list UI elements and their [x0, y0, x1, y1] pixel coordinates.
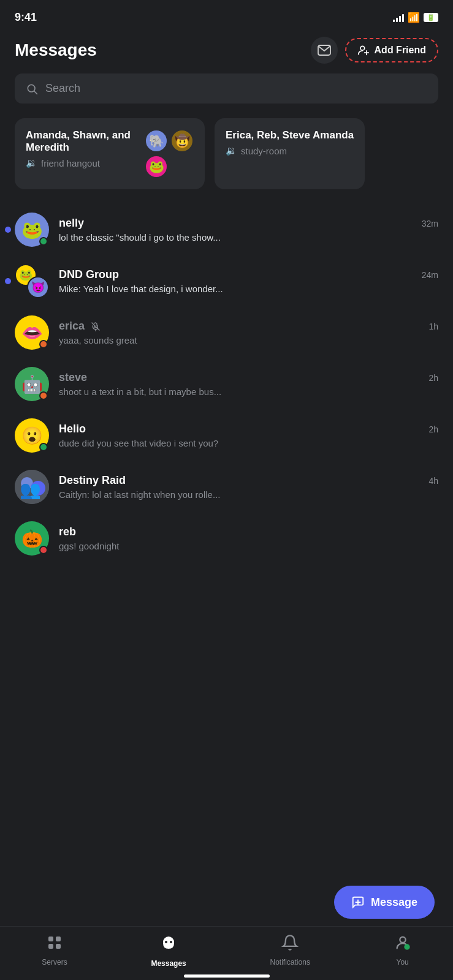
- add-friend-button[interactable]: Add Friend: [345, 38, 438, 62]
- signal-icon: [393, 12, 404, 22]
- dm-preview-nelly: lol the classic "should i go to the show…: [59, 232, 438, 243]
- dm-item-destiny[interactable]: 👥 Destiny Raid 4h Caitlyn: lol at last n…: [0, 461, 453, 513]
- nav-label-messages: Messages: [151, 959, 186, 968]
- offline-dot-erica: [39, 340, 48, 349]
- svg-rect-13: [48, 937, 53, 941]
- dm-name-helio: Helio: [59, 423, 86, 435]
- svg-rect-16: [56, 944, 61, 949]
- avatar-destiny: 👥: [15, 470, 49, 504]
- battery-icon: 🔋: [424, 13, 438, 22]
- dm-preview-dnd: Mike: Yeah I love that design, i wonder.…: [59, 284, 438, 294]
- servers-icon: [46, 934, 63, 956]
- dm-item-steve[interactable]: 🤖 steve 2h shoot u a text in a bit, but …: [0, 358, 453, 410]
- dm-name-reb: reb: [59, 526, 76, 538]
- dm-item-helio[interactable]: 😮 Helio 2h dude did you see that video i…: [0, 410, 453, 461]
- avatar-wrap-steve: 🤖: [15, 367, 49, 401]
- group-card-2[interactable]: Erica, Reb, Steve Amanda study-room: [215, 118, 365, 189]
- dm-info-nelly: nelly 32m lol the classic "should i go t…: [59, 217, 438, 243]
- header-actions: Add Friend: [311, 37, 438, 64]
- group-channel-2: study-room: [241, 146, 287, 156]
- dm-item-erica[interactable]: 👄 erica 1h yaaa, sounds great: [0, 307, 453, 358]
- offline-dot-steve: [39, 391, 48, 400]
- group-avatar-stack-dnd: 🐸 😈: [15, 264, 49, 298]
- dm-preview-helio: dude did you see that video i sent you?: [59, 438, 438, 448]
- nav-label-servers: Servers: [42, 958, 67, 967]
- svg-point-19: [170, 941, 172, 943]
- group-sub-2: study-room: [226, 145, 354, 156]
- mail-icon: [318, 45, 331, 56]
- dm-time-erica: 1h: [428, 322, 438, 331]
- svg-text:👥: 👥: [20, 480, 41, 500]
- dm-list: 🐸 nelly 32m lol the classic "should i go…: [0, 199, 453, 569]
- avatar-wrap-erica: 👄: [15, 315, 49, 350]
- nav-label-notifications: Notifications: [270, 958, 310, 967]
- dm-preview-reb: ggs! goodnight: [59, 541, 438, 551]
- destiny-photo-icon: 👥: [15, 470, 49, 504]
- groups-scroll: Amanda, Shawn, and Meredith friend hango…: [0, 113, 453, 199]
- search-container: Search: [0, 74, 453, 113]
- svg-point-18: [165, 941, 167, 943]
- dm-item-dnd[interactable]: 🐸 😈 DND Group 24m Mike: Yeah I love that…: [0, 255, 453, 307]
- svg-point-1: [360, 46, 365, 50]
- search-bar[interactable]: Search: [15, 74, 438, 104]
- wifi-icon: 📶: [408, 12, 420, 23]
- add-friend-label: Add Friend: [375, 45, 426, 56]
- new-message-fab[interactable]: Message: [334, 886, 435, 919]
- volume-icon-2: [226, 145, 237, 156]
- offline-dot-reb: [39, 546, 48, 554]
- dm-info-steve: steve 2h shoot u a text in a bit, but i …: [59, 371, 438, 397]
- stack-avatar-dnd-2: 😈: [27, 276, 49, 298]
- dm-time-dnd: 24m: [422, 270, 438, 280]
- nav-item-messages[interactable]: Messages: [139, 934, 198, 968]
- dm-name-nelly: nelly: [59, 217, 84, 230]
- fab-label: Message: [371, 896, 417, 909]
- dm-time-helio: 2h: [428, 424, 438, 434]
- dm-time-destiny: 4h: [428, 476, 438, 486]
- nav-item-servers[interactable]: Servers: [29, 934, 79, 967]
- dm-name-erica: erica: [59, 320, 101, 333]
- dm-name-steve: steve: [59, 371, 87, 384]
- group-name-2: Erica, Reb, Steve Amanda: [226, 129, 354, 141]
- group-avatar-1a: 🐘: [145, 129, 168, 153]
- group-avatars-1: 🐘 🤠 🐸: [145, 129, 194, 178]
- dm-preview-steve: shoot u a text in a bit, but i maybe bus…: [59, 386, 438, 397]
- search-placeholder: Search: [45, 82, 80, 95]
- dm-preview-erica: yaaa, sounds great: [59, 335, 438, 345]
- unread-dot-nelly: [5, 227, 11, 233]
- dm-preview-destiny: Caitlyn: lol at last night when you roll…: [59, 489, 438, 500]
- you-icon: [394, 934, 411, 956]
- dm-item-reb[interactable]: 🎃 reb ggs! goodnight: [0, 513, 453, 564]
- dm-info-destiny: Destiny Raid 4h Caitlyn: lol at last nig…: [59, 474, 438, 500]
- group-channel-1: friend hangout: [41, 158, 100, 168]
- dm-info-reb: reb ggs! goodnight: [59, 526, 438, 551]
- dm-name-destiny: Destiny Raid: [59, 474, 126, 487]
- dm-time-nelly: 32m: [422, 219, 438, 228]
- nav-item-you[interactable]: You: [382, 934, 424, 967]
- avatar-wrap-nelly: 🐸: [15, 213, 49, 247]
- svg-rect-15: [48, 944, 53, 949]
- group-avatar-1b: 🤠: [170, 129, 194, 153]
- avatar-wrap-reb: 🎃: [15, 521, 49, 556]
- status-bar: 9:41 📶 🔋: [0, 0, 453, 32]
- status-time: 9:41: [15, 11, 37, 24]
- online-dot-helio: [39, 443, 48, 451]
- group-name-1: Amanda, Shawn, and Meredith: [26, 129, 136, 154]
- home-indicator: [184, 974, 270, 978]
- messages-icon: [159, 934, 178, 957]
- unread-dot-dnd: [5, 278, 11, 284]
- group-card-info-1: Amanda, Shawn, and Meredith friend hango…: [26, 129, 136, 168]
- nav-item-notifications[interactable]: Notifications: [258, 934, 322, 967]
- search-icon: [26, 83, 38, 95]
- volume-icon-1: [26, 157, 37, 168]
- dm-info-dnd: DND Group 24m Mike: Yeah I love that des…: [59, 268, 438, 294]
- mail-button[interactable]: [311, 37, 338, 64]
- avatar-wrap-dnd: 🐸 😈: [15, 264, 49, 298]
- message-fab-icon: [351, 895, 365, 909]
- status-icons: 📶 🔋: [393, 12, 438, 23]
- dm-item-nelly[interactable]: 🐸 nelly 32m lol the classic "should i go…: [0, 204, 453, 255]
- svg-rect-14: [56, 937, 61, 941]
- group-avatar-1c: 🐸: [145, 155, 168, 178]
- svg-point-20: [400, 937, 405, 943]
- group-card-1[interactable]: Amanda, Shawn, and Meredith friend hango…: [15, 118, 205, 189]
- muted-icon-erica: [91, 322, 101, 331]
